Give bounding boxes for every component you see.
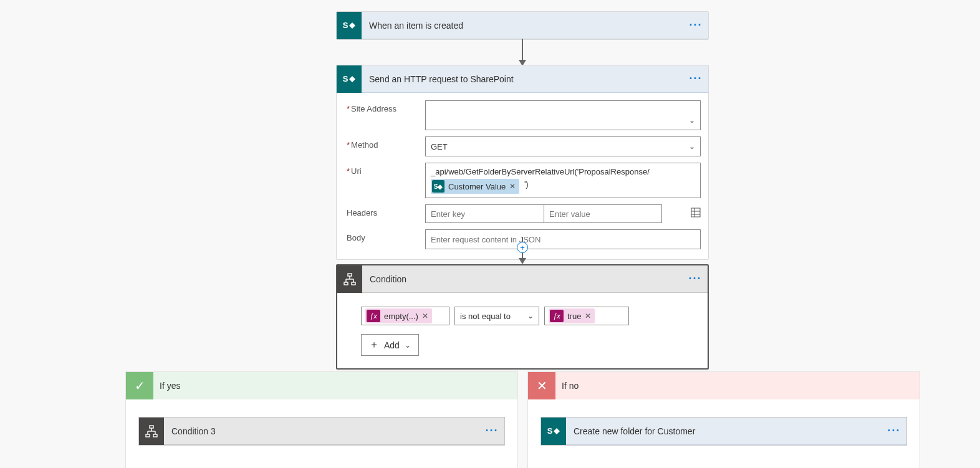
fx-icon: ƒx xyxy=(550,310,564,322)
chevron-down-icon: ⌄ xyxy=(405,341,411,350)
remove-token-button[interactable]: ✕ xyxy=(585,312,591,320)
body-label: Body xyxy=(344,229,425,242)
method-label: *Method xyxy=(344,136,425,150)
remove-token-button[interactable]: ✕ xyxy=(422,312,428,320)
dynamic-token-customer-value[interactable]: S◆ Customer Value ✕ xyxy=(431,179,519,194)
svg-rect-18 xyxy=(146,434,150,437)
header-key-input[interactable] xyxy=(425,204,544,223)
connector-arrow xyxy=(519,39,526,66)
svg-marker-0 xyxy=(349,22,355,29)
body-input[interactable] xyxy=(425,229,701,249)
plus-icon: ＋ xyxy=(369,338,379,351)
svg-rect-10 xyxy=(348,274,352,276)
http-step-title: Send an HTTP request to SharePoint xyxy=(369,74,683,84)
switch-to-text-mode-icon[interactable] xyxy=(691,208,701,220)
condition3-title: Condition 3 xyxy=(171,426,479,436)
svg-marker-24 xyxy=(554,428,560,434)
headers-label: Headers xyxy=(344,204,425,217)
svg-rect-4 xyxy=(691,208,700,217)
condition-title: Condition xyxy=(370,274,683,284)
site-address-dropdown[interactable]: ⌄ xyxy=(425,100,701,130)
check-icon: ✓ xyxy=(126,372,153,399)
trigger-title: When an item is created xyxy=(369,21,683,31)
condition-operator-dropdown[interactable]: is not equal to ⌄ xyxy=(454,307,539,325)
close-icon: ✕ xyxy=(528,372,555,399)
add-condition-button[interactable]: ＋ Add ⌄ xyxy=(361,334,419,356)
sharepoint-icon: S xyxy=(337,12,362,39)
if-yes-title: If yes xyxy=(160,381,180,391)
condition-icon xyxy=(337,265,362,293)
svg-rect-19 xyxy=(153,434,157,437)
sharepoint-icon: S xyxy=(337,65,362,93)
create-folder-title: Create new folder for Customer xyxy=(574,426,882,436)
site-address-label: *Site Address xyxy=(344,100,425,113)
svg-marker-3 xyxy=(349,76,355,82)
header-value-input[interactable] xyxy=(544,204,662,223)
more-menu-button[interactable]: ··· xyxy=(479,418,504,445)
svg-marker-9 xyxy=(519,258,526,264)
more-menu-button[interactable]: ··· xyxy=(683,12,708,39)
uri-input[interactable]: _api/web/GetFolderByServerRelativeUrl('P… xyxy=(425,163,701,198)
condition-left-value[interactable]: ƒx empty(...) ✕ xyxy=(361,307,449,325)
uri-label: *Uri xyxy=(344,163,425,176)
create-folder-card[interactable]: S Create new folder for Customer ··· xyxy=(540,417,907,446)
if-no-branch: ✕ If no S Create new folder for Customer… xyxy=(527,371,920,468)
condition-right-value[interactable]: ƒx true ✕ xyxy=(544,307,629,325)
remove-token-button[interactable]: ✕ xyxy=(509,182,516,191)
if-no-title: If no xyxy=(562,381,579,391)
more-menu-button[interactable]: ··· xyxy=(683,65,708,93)
method-dropdown[interactable]: GET ⌄ xyxy=(425,136,701,156)
sharepoint-icon: S xyxy=(541,418,566,445)
if-yes-branch: ✓ If yes Condition 3 ··· xyxy=(125,371,518,468)
add-step-button[interactable]: + xyxy=(517,242,528,253)
svg-rect-12 xyxy=(352,282,355,285)
condition3-card[interactable]: Condition 3 ··· xyxy=(138,417,505,446)
more-menu-button[interactable]: ··· xyxy=(882,418,906,445)
more-menu-button[interactable]: ··· xyxy=(683,265,708,293)
chevron-down-icon: ⌄ xyxy=(527,312,534,320)
chevron-down-icon: ⌄ xyxy=(689,116,695,125)
condition-card[interactable]: Condition ··· ƒx empty(...) ✕ is not equ… xyxy=(336,264,709,370)
fx-icon: ƒx xyxy=(367,310,380,322)
svg-rect-11 xyxy=(344,282,348,285)
http-step-card[interactable]: S Send an HTTP request to SharePoint ···… xyxy=(336,65,709,260)
sharepoint-icon: S◆ xyxy=(432,180,444,193)
condition-icon xyxy=(139,418,164,445)
svg-rect-17 xyxy=(150,426,153,428)
trigger-card[interactable]: S When an item is created ··· xyxy=(336,11,709,40)
chevron-down-icon: ⌄ xyxy=(689,142,695,151)
